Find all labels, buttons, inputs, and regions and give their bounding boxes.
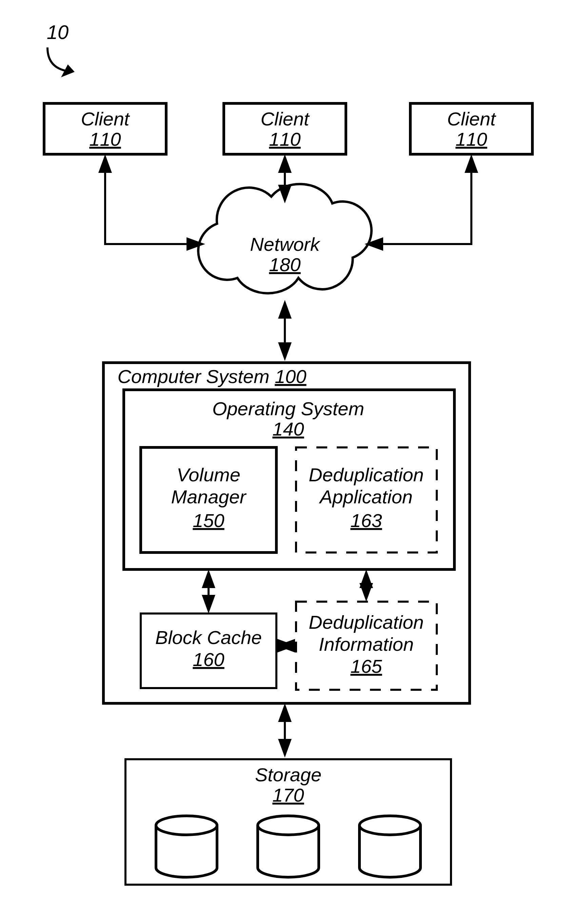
svg-text:165: 165	[350, 656, 382, 677]
conn-os-bc	[202, 570, 215, 613]
svg-text:163: 163	[350, 510, 382, 531]
svg-text:Network: Network	[250, 233, 321, 255]
conn-cs-storage	[278, 703, 292, 757]
block-cache-box: Block Cache 160	[141, 613, 277, 688]
svg-marker-16	[464, 154, 478, 173]
dedup-info-box: Deduplication Information 165	[296, 602, 437, 690]
svg-marker-14	[278, 154, 292, 173]
conn-network-cs	[278, 300, 292, 361]
svg-text:Deduplication: Deduplication	[308, 464, 424, 485]
figure-arrow-curve	[48, 48, 68, 71]
svg-text:110: 110	[89, 129, 121, 150]
storage-disk-1	[156, 816, 217, 877]
svg-marker-43	[202, 595, 215, 613]
svg-marker-51	[278, 703, 292, 722]
volume-manager-box: Volume Manager 150	[141, 448, 277, 553]
svg-marker-19	[278, 300, 292, 319]
svg-marker-20	[278, 342, 292, 361]
svg-text:Operating System: Operating System	[212, 398, 364, 419]
svg-text:Deduplication: Deduplication	[308, 611, 424, 633]
svg-text:110: 110	[269, 129, 300, 150]
svg-text:Client: Client	[261, 108, 310, 130]
figure-label: 10	[47, 21, 69, 43]
storage-disk-2	[258, 816, 319, 877]
client-box-3: Client 110	[410, 103, 532, 154]
svg-marker-11	[99, 154, 112, 173]
conn-os-dinfo	[359, 570, 373, 602]
svg-text:180: 180	[269, 254, 300, 275]
client-box-1: Client 110	[44, 103, 166, 154]
svg-text:140: 140	[272, 418, 304, 440]
svg-text:150: 150	[192, 510, 224, 531]
svg-text:Volume: Volume	[177, 464, 240, 485]
svg-text:Application: Application	[319, 486, 413, 507]
svg-text:Information: Information	[319, 634, 414, 655]
storage-disk-3	[359, 816, 421, 877]
svg-text:Block Cache: Block Cache	[155, 627, 262, 648]
svg-text:Client: Client	[81, 108, 130, 130]
conn-bc-dinfo	[277, 639, 296, 653]
svg-marker-52	[278, 739, 292, 757]
svg-marker-46	[359, 583, 373, 602]
conn-client1-network	[99, 154, 205, 251]
svg-text:170: 170	[272, 784, 304, 806]
svg-text:Storage: Storage	[255, 764, 321, 785]
client-box-2: Client 110	[224, 103, 346, 154]
svg-point-57	[258, 816, 319, 835]
dedup-app-box: Deduplication Application 163	[296, 448, 437, 553]
svg-text:Computer System 100: Computer System 100	[117, 366, 306, 387]
svg-text:160: 160	[192, 649, 224, 670]
conn-client3-network	[364, 154, 478, 251]
svg-text:Client: Client	[447, 108, 496, 130]
svg-point-58	[359, 816, 421, 835]
svg-text:Manager: Manager	[171, 486, 246, 507]
svg-marker-42	[202, 570, 215, 588]
svg-point-56	[156, 816, 217, 835]
svg-text:110: 110	[455, 129, 487, 150]
